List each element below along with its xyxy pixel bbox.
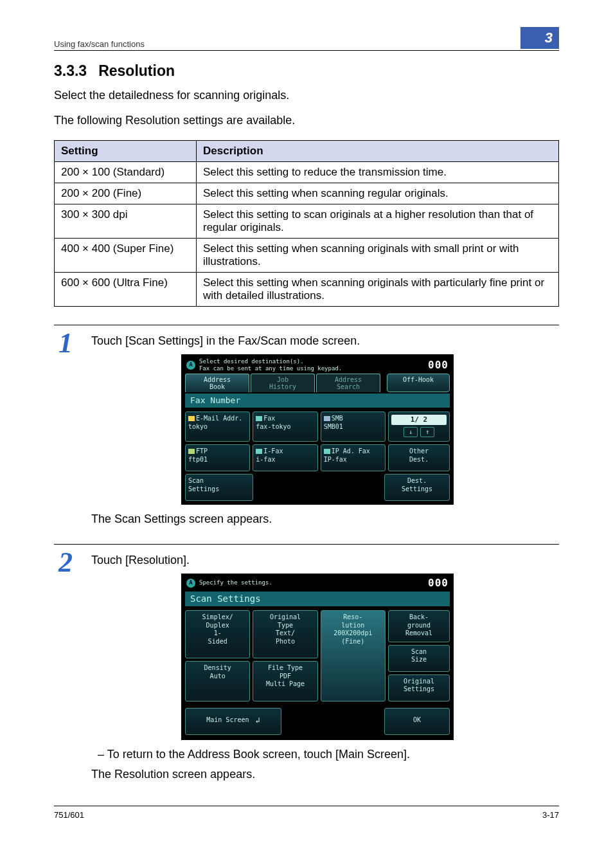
page-indicator: 1/ 2 ↓↑: [388, 411, 450, 442]
lcd-prompt: Specify the settings.: [199, 579, 424, 586]
simplex-duplex-button[interactable]: Simplex/ Duplex1- Sided: [185, 610, 250, 658]
resolution-settings-table: Setting Description 200 × 100 (Standard)…: [54, 140, 559, 307]
running-header: Using fax/scan functions 3: [54, 27, 559, 49]
lcd-prompt: Select desired destination(s). Fax can b…: [199, 358, 424, 372]
table-row: 300 × 300 dpiSelect this setting to scan…: [55, 204, 559, 239]
fax-icon: [256, 416, 262, 421]
dest-ip-fax[interactable]: IP Ad. FaxIP-fax: [321, 444, 386, 471]
step-separator: [54, 325, 559, 325]
step-2-bullet: – To return to the Address Book screen, …: [98, 748, 559, 761]
page-up-icon[interactable]: ↑: [420, 427, 434, 437]
step-1-text: Touch [Scan Settings] in the Fax/Scan mo…: [91, 334, 559, 348]
step-2: 2 Touch [Resolution]. A Specify the sett…: [54, 551, 559, 787]
fax-number-field[interactable]: Fax Number: [185, 393, 450, 408]
step-number: 1: [54, 329, 77, 357]
step-2-text: Touch [Resolution].: [91, 554, 559, 567]
dest-settings-button[interactable]: Dest. Settings: [384, 474, 450, 501]
table-row: 400 × 400 (Super Fine)Select this settin…: [55, 239, 559, 273]
page-down-icon[interactable]: ↓: [404, 427, 418, 437]
tab-address-search[interactable]: Address Search: [316, 374, 380, 392]
footer-page-number: 3-17: [542, 810, 559, 820]
smb-icon: [324, 416, 330, 421]
table-row: 600 × 600 (Ultra Fine)Select this settin…: [55, 273, 559, 307]
section-title-text: Resolution: [98, 62, 175, 79]
header-rule: [54, 50, 559, 51]
step-number: 2: [54, 548, 77, 577]
ifax-icon: [256, 449, 262, 454]
main-screen-button[interactable]: Main Screen: [185, 708, 281, 735]
table-head-setting: Setting: [55, 141, 197, 162]
ftp-icon: [188, 449, 195, 454]
original-settings-button[interactable]: Original Settings: [388, 674, 450, 701]
density-button[interactable]: DensityAuto: [185, 661, 250, 701]
running-header-text: Using fax/scan functions: [54, 39, 145, 49]
chapter-number-badge: 3: [520, 27, 559, 49]
dest-smb01[interactable]: SMBSMB01: [321, 411, 386, 442]
off-hook-button[interactable]: Off-Hook: [387, 374, 450, 392]
screen-title: Scan Settings: [185, 592, 450, 606]
job-counter: 000: [428, 359, 449, 371]
background-removal-button[interactable]: Back- ground Removal: [388, 610, 450, 642]
other-dest-button[interactable]: Other Dest.: [388, 444, 450, 471]
original-type-button[interactable]: Original TypeText/ Photo: [253, 610, 317, 658]
table-row: 200 × 100 (Standard)Select this setting …: [55, 162, 559, 183]
intro-paragraph-1: Select the detailedness for scanning ori…: [54, 87, 559, 104]
ok-button[interactable]: OK: [384, 708, 450, 735]
job-counter: 000: [428, 577, 449, 589]
scan-settings-screen: A Specify the settings. 000 Scan Setting…: [181, 574, 454, 739]
section-heading: 3.3.3Resolution: [54, 62, 559, 80]
page-footer: 751/601 3-17: [54, 806, 559, 820]
table-row: 200 × 200 (Fine)Select this setting when…: [55, 183, 559, 204]
dest-ftp01[interactable]: FTPftp01: [185, 444, 250, 471]
tab-address-book[interactable]: Address Book: [185, 374, 249, 392]
table-head-description: Description: [197, 141, 559, 162]
file-type-button[interactable]: File TypePDF Multi Page: [253, 661, 317, 701]
step-2-after: The Resolution screen appears.: [91, 768, 559, 781]
resolution-button[interactable]: Reso- lution200X200dpi (Fine): [321, 610, 386, 701]
dest-email-tokyo[interactable]: E-Mail Addr.tokyo: [185, 411, 250, 442]
dest-ifax[interactable]: I-Faxi-fax: [253, 444, 317, 471]
mail-icon: [188, 416, 195, 421]
info-icon: A: [186, 361, 195, 370]
footer-model: 751/601: [54, 810, 84, 820]
step-1-after: The Scan Settings screen appears.: [91, 512, 559, 526]
ipfax-icon: [324, 449, 330, 454]
scan-settings-button[interactable]: Scan Settings: [185, 474, 253, 501]
section-number: 3.3.3: [54, 62, 87, 79]
intro-paragraph-2: The following Resolution settings are av…: [54, 113, 559, 129]
tab-job-history[interactable]: Job History: [251, 374, 315, 392]
dest-fax-tokyo[interactable]: Faxfax-tokyo: [253, 411, 317, 442]
scan-size-button[interactable]: Scan Size: [388, 645, 450, 672]
fax-scan-mode-screen: A Select desired destination(s). Fax can…: [181, 354, 454, 505]
step-separator: [54, 544, 559, 545]
info-icon: A: [186, 579, 195, 588]
step-1: 1 Touch [Scan Settings] in the Fax/Scan …: [54, 332, 559, 532]
